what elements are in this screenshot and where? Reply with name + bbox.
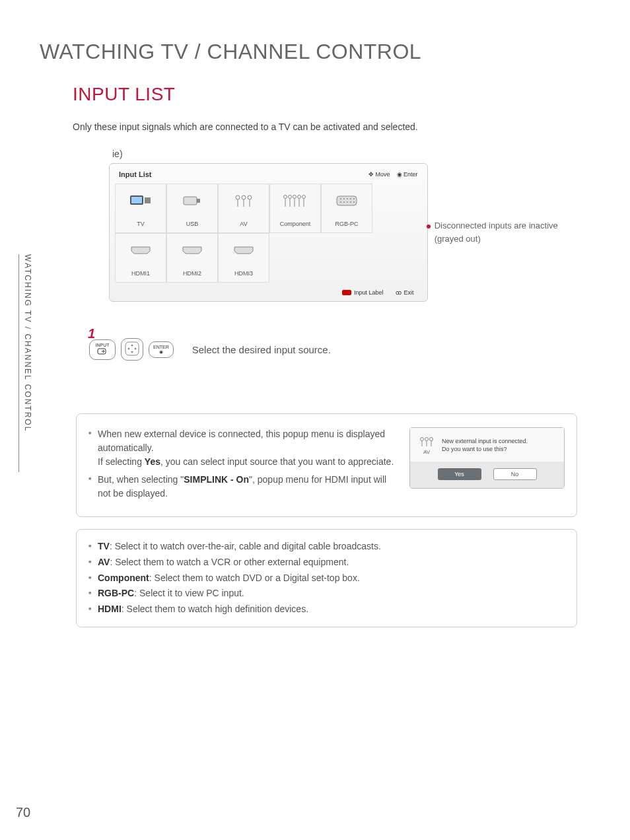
svg-point-7	[248, 195, 252, 199]
svg-point-6	[242, 195, 246, 199]
input-usb[interactable]: USB	[166, 184, 218, 233]
step-1: 1 INPUT ENTER ◉ Select the desired input…	[89, 338, 590, 361]
input-label: HDMI3	[234, 270, 253, 277]
section-title: INPUT LIST	[73, 84, 590, 105]
av-icon	[234, 191, 254, 211]
input-label: HDMI2	[183, 270, 201, 277]
input-button[interactable]: INPUT	[89, 339, 116, 360]
footer-input-label[interactable]: Input Label	[342, 289, 384, 296]
svg-point-5	[236, 195, 240, 199]
enter-button[interactable]: ENTER ◉	[149, 341, 174, 358]
svg-point-26	[353, 198, 355, 199]
svg-point-24	[347, 198, 348, 199]
input-hdmi3[interactable]: HDMI3	[218, 233, 269, 283]
svg-point-34	[421, 438, 424, 441]
input-component[interactable]: Component	[269, 184, 321, 233]
page-number: 70	[16, 805, 30, 820]
input-list-panel: Input List ✥ Move ◉ Enter TV US	[109, 163, 428, 302]
input-tv[interactable]: TV	[115, 184, 166, 233]
def-av: AV: Select them to watch a VCR or other …	[88, 555, 565, 571]
svg-rect-2	[145, 197, 151, 203]
input-grid: TV USB AV C	[110, 184, 427, 283]
new-input-popup: AV New external input is connected. Do y…	[409, 427, 565, 489]
dpad-icon	[123, 340, 141, 357]
popup-yes-button[interactable]: Yes	[438, 468, 481, 480]
info-line-2: But, when selecting "SIMPLINK - On", pop…	[88, 473, 396, 501]
svg-rect-4	[197, 199, 200, 203]
svg-point-22	[340, 198, 341, 199]
input-av[interactable]: AV	[218, 184, 269, 233]
input-hdmi2[interactable]: HDMI2	[166, 233, 218, 283]
info-line-1: When new external device is connected, t…	[88, 427, 396, 469]
side-note: Disconnected inputs are inactive (grayed…	[435, 219, 590, 245]
popup-no-button[interactable]: No	[493, 468, 537, 480]
def-tv: TV: Select it to watch over-the-air, cab…	[88, 539, 565, 555]
back-icon: ꝏ	[396, 289, 402, 296]
move-hint: ✥ Move	[368, 171, 390, 178]
panel-title: Input List	[119, 170, 152, 178]
svg-point-15	[302, 195, 306, 199]
sidebar-section-label: WATCHING TV / CHANNEL CONTROL	[18, 254, 32, 472]
def-hdmi: HDMI: Select them to watch high definiti…	[88, 602, 565, 617]
enter-hint: ◉ Enter	[397, 171, 418, 178]
input-rgbpc[interactable]: RGB-PC	[321, 184, 372, 233]
svg-point-27	[340, 201, 341, 203]
hdmi-icon	[182, 240, 203, 260]
popup-message: New external input is connected. Do you …	[442, 438, 528, 453]
popup-input-icon: AV	[418, 436, 435, 455]
def-rgbpc: RGB-PC: Select it to view PC input.	[88, 586, 565, 602]
dpad-button[interactable]	[121, 338, 143, 361]
input-label: AV	[240, 221, 247, 227]
tv-icon	[129, 191, 152, 211]
svg-point-12	[289, 195, 292, 199]
hdmi-icon	[233, 240, 254, 260]
svg-rect-1	[131, 197, 142, 203]
svg-rect-3	[184, 197, 197, 205]
page: WATCHING TV / CHANNEL CONTROL INPUT LIST…	[0, 0, 630, 627]
input-label: HDMI1	[131, 270, 150, 277]
rgbpc-icon	[336, 191, 357, 211]
component-icon	[282, 191, 308, 211]
info-box: When new external device is connected, t…	[76, 413, 577, 517]
svg-point-25	[350, 198, 351, 199]
page-title: WATCHING TV / CHANNEL CONTROL	[40, 40, 590, 64]
svg-point-14	[298, 195, 301, 199]
svg-rect-21	[337, 196, 357, 205]
footer-exit[interactable]: ꝏExit	[396, 289, 414, 296]
definitions-box: TV: Select it to watch over-the-air, cab…	[76, 529, 577, 627]
input-hdmi1[interactable]: HDMI1	[115, 233, 166, 283]
usb-icon	[182, 191, 202, 211]
hdmi-icon	[130, 240, 151, 260]
input-source-icon	[97, 347, 108, 355]
input-label: Component	[280, 221, 311, 227]
svg-point-35	[425, 438, 429, 441]
svg-point-30	[350, 201, 351, 203]
step-text: Select the desired input source.	[192, 344, 331, 355]
svg-point-29	[347, 201, 348, 203]
svg-point-11	[284, 195, 287, 199]
svg-point-23	[343, 198, 345, 199]
svg-point-36	[430, 438, 433, 441]
svg-point-13	[293, 195, 297, 199]
def-component: Component: Select them to watch DVD or a…	[88, 571, 565, 586]
svg-point-28	[343, 201, 345, 203]
input-label: TV	[137, 221, 145, 227]
input-label: USB	[186, 221, 199, 227]
intro-text: Only these input signals which are conne…	[73, 122, 590, 132]
svg-point-31	[353, 201, 355, 203]
input-label: RGB-PC	[335, 221, 358, 227]
example-label: ie)	[112, 149, 590, 159]
step-number: 1	[88, 326, 95, 341]
